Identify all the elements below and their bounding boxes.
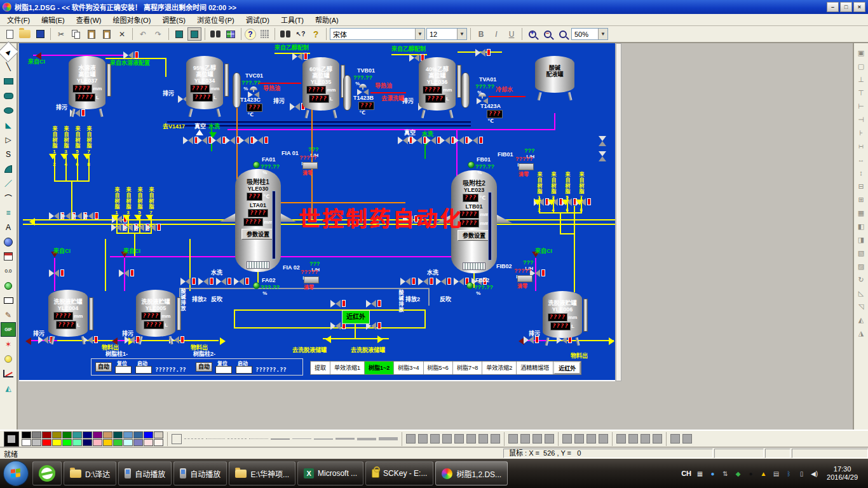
taskbar-item[interactable]: 树脂1,2.DS... bbox=[435, 461, 508, 485]
brush-tool[interactable]: ✎ bbox=[1, 308, 16, 322]
grid-button[interactable] bbox=[257, 27, 271, 41]
valve-icon[interactable] bbox=[49, 269, 59, 277]
menu-item[interactable]: 工具(T) bbox=[275, 13, 309, 26]
no-fill-button[interactable] bbox=[172, 434, 182, 444]
align-bottom-button[interactable]: ⊥ bbox=[855, 73, 867, 86]
fill-pattern-option[interactable] bbox=[599, 434, 608, 444]
valve-icon[interactable] bbox=[409, 54, 419, 62]
reset-input[interactable] bbox=[215, 366, 232, 374]
taskbar-item[interactable]: E:\华神项... bbox=[229, 461, 295, 485]
flip-horizontal-button[interactable]: ◭ bbox=[855, 313, 867, 326]
zoom-tool-button[interactable] bbox=[556, 27, 570, 41]
align-right-button[interactable]: ⊦ bbox=[855, 126, 867, 139]
gif-tool[interactable]: GIF bbox=[1, 322, 16, 337]
valve-icon[interactable] bbox=[440, 137, 450, 144]
nir-box[interactable]: 近红外 bbox=[342, 310, 370, 324]
pump-icon[interactable] bbox=[253, 282, 260, 289]
color-swatch[interactable] bbox=[62, 431, 72, 438]
chevron-down-icon[interactable]: ▼ bbox=[457, 29, 466, 39]
clipboard-icon[interactable]: ▯ bbox=[797, 469, 806, 478]
fill-pattern-option[interactable] bbox=[545, 434, 554, 444]
valve-icon[interactable] bbox=[400, 278, 410, 285]
valve-icon[interactable] bbox=[72, 212, 82, 220]
ellipse-tool[interactable] bbox=[1, 103, 16, 118]
chevron-down-icon[interactable]: ▼ bbox=[598, 29, 607, 39]
align-middle-button[interactable]: ⊢ bbox=[855, 100, 867, 112]
pump-icon[interactable] bbox=[253, 161, 260, 168]
fill-pattern-option[interactable] bbox=[454, 434, 464, 444]
valve-icon[interactable] bbox=[454, 278, 464, 285]
taskbar-item[interactable]: 自动播放 bbox=[173, 461, 227, 485]
fill-mode-button[interactable] bbox=[172, 27, 186, 41]
color-swatch[interactable] bbox=[133, 431, 143, 438]
valve-icon[interactable] bbox=[180, 278, 191, 285]
menu-item[interactable]: 浏览位号(P) bbox=[191, 13, 240, 26]
tip-button[interactable]: ? bbox=[245, 29, 256, 40]
numeric-display-tool[interactable]: 0.0 bbox=[1, 264, 16, 278]
fill-pattern-option[interactable] bbox=[478, 434, 488, 444]
pipe-tool[interactable]: ≡ bbox=[1, 205, 16, 220]
fill-pattern-option[interactable] bbox=[574, 434, 584, 444]
color-swatch[interactable] bbox=[72, 431, 82, 438]
send-to-back-button[interactable]: ▨ bbox=[855, 260, 867, 273]
line-width-option[interactable] bbox=[336, 438, 355, 440]
fill-pattern-option[interactable] bbox=[466, 434, 476, 444]
scada-canvas[interactable]: 水溶液高位罐YLE037????mm????L95%乙醇高位罐YLE034???… bbox=[19, 43, 615, 381]
valve-icon[interactable] bbox=[524, 336, 534, 344]
nav-tab[interactable]: 树脂1~2 bbox=[365, 362, 394, 374]
color-swatch[interactable] bbox=[42, 439, 51, 446]
line-width-option[interactable] bbox=[314, 438, 333, 440]
curve-tool[interactable]: S bbox=[1, 147, 16, 161]
tank[interactable]: 60%乙醇高位罐YLE035????mm????L bbox=[302, 57, 339, 111]
line-style-option[interactable] bbox=[206, 438, 225, 439]
valve-icon[interactable] bbox=[234, 278, 244, 285]
bring-forward-button[interactable]: ◧ bbox=[855, 220, 867, 233]
fill-pattern-option[interactable] bbox=[508, 434, 518, 444]
line-style-option[interactable] bbox=[227, 438, 247, 439]
fill-pattern-option[interactable] bbox=[562, 434, 572, 444]
color-swatch[interactable] bbox=[83, 439, 92, 446]
freeform-tool[interactable]: ▷ bbox=[1, 132, 16, 147]
valve-icon[interactable] bbox=[49, 212, 59, 220]
alarm-lamp-tool[interactable] bbox=[1, 351, 16, 366]
zoom-level-select[interactable]: 50% ▼ bbox=[571, 28, 608, 40]
meter-reset-button[interactable] bbox=[519, 163, 534, 170]
valve-icon[interactable] bbox=[211, 137, 221, 144]
fill-pattern-option[interactable] bbox=[532, 434, 542, 444]
indicator-lamp-tool[interactable] bbox=[1, 278, 16, 293]
paste-button[interactable] bbox=[85, 27, 98, 41]
paste-special-button[interactable] bbox=[100, 27, 114, 41]
zoom-in-button[interactable]: + bbox=[526, 27, 539, 41]
color-swatch[interactable] bbox=[123, 439, 133, 446]
center-horizontal-button[interactable]: ∺ bbox=[855, 140, 867, 152]
find-signal-button[interactable] bbox=[278, 27, 292, 41]
heat-exchanger[interactable] bbox=[461, 72, 470, 108]
close-button[interactable]: × bbox=[853, 2, 865, 12]
current-color-swatch[interactable] bbox=[4, 431, 19, 447]
fill-pattern-option[interactable] bbox=[430, 434, 440, 444]
transform-tool[interactable]: ◭ bbox=[1, 381, 16, 395]
minimize-button[interactable]: – bbox=[827, 2, 839, 12]
valve-icon[interactable] bbox=[436, 278, 446, 285]
valve-icon[interactable] bbox=[454, 137, 464, 144]
trend-tool[interactable] bbox=[1, 366, 16, 381]
canvas-scrollbar[interactable] bbox=[616, 43, 621, 381]
color-swatch[interactable] bbox=[93, 439, 102, 446]
mode-button[interactable]: 自动 bbox=[95, 362, 112, 372]
rotate-right-button[interactable]: ◹ bbox=[855, 300, 867, 313]
menu-item[interactable]: 调试(D) bbox=[240, 13, 275, 26]
valve-icon[interactable] bbox=[468, 137, 478, 144]
same-width-button[interactable]: ⊟ bbox=[855, 180, 867, 193]
find-button[interactable] bbox=[208, 27, 222, 41]
save-button[interactable] bbox=[33, 27, 47, 41]
font-size-select[interactable]: 12 ▼ bbox=[426, 28, 467, 40]
clock-tool[interactable] bbox=[1, 234, 16, 249]
tank[interactable]: 水溶液高位罐YLE037????mm????L bbox=[69, 56, 105, 109]
line-width-option[interactable] bbox=[357, 438, 376, 440]
valve-icon[interactable] bbox=[198, 278, 208, 285]
flip-vertical-button[interactable]: ◮ bbox=[855, 327, 867, 339]
color-swatch[interactable] bbox=[154, 431, 163, 438]
rotate-button[interactable]: ↻ bbox=[855, 273, 867, 286]
bring-to-front-button[interactable]: ▧ bbox=[855, 247, 867, 259]
valve-icon[interactable] bbox=[183, 137, 193, 144]
